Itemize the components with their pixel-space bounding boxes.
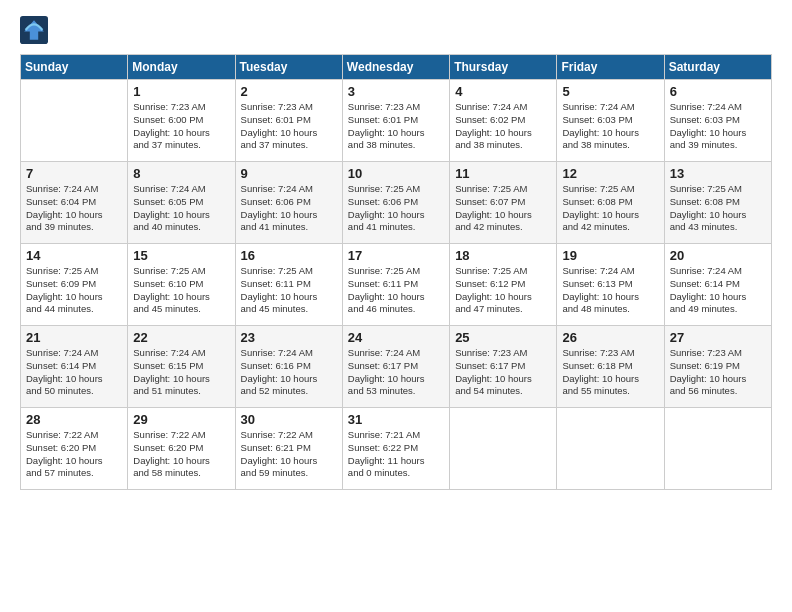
day-cell: 7Sunrise: 7:24 AM Sunset: 6:04 PM Daylig… (21, 162, 128, 244)
cell-info: Sunrise: 7:23 AM Sunset: 6:01 PM Dayligh… (348, 101, 444, 152)
cell-info: Sunrise: 7:24 AM Sunset: 6:16 PM Dayligh… (241, 347, 337, 398)
cell-info: Sunrise: 7:25 AM Sunset: 6:09 PM Dayligh… (26, 265, 122, 316)
day-number: 21 (26, 330, 122, 345)
week-row-3: 14Sunrise: 7:25 AM Sunset: 6:09 PM Dayli… (21, 244, 772, 326)
page: SundayMondayTuesdayWednesdayThursdayFrid… (0, 0, 792, 612)
day-number: 2 (241, 84, 337, 99)
day-cell: 10Sunrise: 7:25 AM Sunset: 6:06 PM Dayli… (342, 162, 449, 244)
col-header-friday: Friday (557, 55, 664, 80)
day-number: 31 (348, 412, 444, 427)
cell-info: Sunrise: 7:23 AM Sunset: 6:19 PM Dayligh… (670, 347, 766, 398)
cell-info: Sunrise: 7:25 AM Sunset: 6:08 PM Dayligh… (562, 183, 658, 234)
day-cell: 14Sunrise: 7:25 AM Sunset: 6:09 PM Dayli… (21, 244, 128, 326)
day-cell (664, 408, 771, 490)
cell-info: Sunrise: 7:23 AM Sunset: 6:18 PM Dayligh… (562, 347, 658, 398)
day-number: 20 (670, 248, 766, 263)
day-cell: 9Sunrise: 7:24 AM Sunset: 6:06 PM Daylig… (235, 162, 342, 244)
col-header-saturday: Saturday (664, 55, 771, 80)
col-header-thursday: Thursday (450, 55, 557, 80)
cell-info: Sunrise: 7:24 AM Sunset: 6:13 PM Dayligh… (562, 265, 658, 316)
day-cell (21, 80, 128, 162)
day-cell: 6Sunrise: 7:24 AM Sunset: 6:03 PM Daylig… (664, 80, 771, 162)
day-cell: 4Sunrise: 7:24 AM Sunset: 6:02 PM Daylig… (450, 80, 557, 162)
day-cell: 2Sunrise: 7:23 AM Sunset: 6:01 PM Daylig… (235, 80, 342, 162)
cell-info: Sunrise: 7:24 AM Sunset: 6:06 PM Dayligh… (241, 183, 337, 234)
day-number: 8 (133, 166, 229, 181)
cell-info: Sunrise: 7:21 AM Sunset: 6:22 PM Dayligh… (348, 429, 444, 480)
day-number: 10 (348, 166, 444, 181)
day-cell: 16Sunrise: 7:25 AM Sunset: 6:11 PM Dayli… (235, 244, 342, 326)
day-number: 24 (348, 330, 444, 345)
logo-icon (20, 16, 48, 44)
day-number: 30 (241, 412, 337, 427)
day-number: 18 (455, 248, 551, 263)
day-cell (557, 408, 664, 490)
day-cell: 19Sunrise: 7:24 AM Sunset: 6:13 PM Dayli… (557, 244, 664, 326)
cell-info: Sunrise: 7:23 AM Sunset: 6:01 PM Dayligh… (241, 101, 337, 152)
week-row-2: 7Sunrise: 7:24 AM Sunset: 6:04 PM Daylig… (21, 162, 772, 244)
day-number: 14 (26, 248, 122, 263)
day-number: 1 (133, 84, 229, 99)
day-number: 27 (670, 330, 766, 345)
cell-info: Sunrise: 7:24 AM Sunset: 6:03 PM Dayligh… (670, 101, 766, 152)
cell-info: Sunrise: 7:24 AM Sunset: 6:03 PM Dayligh… (562, 101, 658, 152)
day-number: 13 (670, 166, 766, 181)
cell-info: Sunrise: 7:25 AM Sunset: 6:11 PM Dayligh… (241, 265, 337, 316)
day-cell (450, 408, 557, 490)
cell-info: Sunrise: 7:22 AM Sunset: 6:20 PM Dayligh… (133, 429, 229, 480)
cell-info: Sunrise: 7:24 AM Sunset: 6:14 PM Dayligh… (670, 265, 766, 316)
cell-info: Sunrise: 7:24 AM Sunset: 6:04 PM Dayligh… (26, 183, 122, 234)
cell-info: Sunrise: 7:22 AM Sunset: 6:21 PM Dayligh… (241, 429, 337, 480)
cell-info: Sunrise: 7:24 AM Sunset: 6:14 PM Dayligh… (26, 347, 122, 398)
week-row-1: 1Sunrise: 7:23 AM Sunset: 6:00 PM Daylig… (21, 80, 772, 162)
day-number: 15 (133, 248, 229, 263)
day-number: 12 (562, 166, 658, 181)
logo (20, 16, 52, 44)
day-cell: 18Sunrise: 7:25 AM Sunset: 6:12 PM Dayli… (450, 244, 557, 326)
cell-info: Sunrise: 7:22 AM Sunset: 6:20 PM Dayligh… (26, 429, 122, 480)
day-number: 22 (133, 330, 229, 345)
cell-info: Sunrise: 7:24 AM Sunset: 6:17 PM Dayligh… (348, 347, 444, 398)
header (20, 16, 772, 44)
cell-info: Sunrise: 7:23 AM Sunset: 6:00 PM Dayligh… (133, 101, 229, 152)
day-cell: 27Sunrise: 7:23 AM Sunset: 6:19 PM Dayli… (664, 326, 771, 408)
day-cell: 28Sunrise: 7:22 AM Sunset: 6:20 PM Dayli… (21, 408, 128, 490)
day-cell: 5Sunrise: 7:24 AM Sunset: 6:03 PM Daylig… (557, 80, 664, 162)
week-row-4: 21Sunrise: 7:24 AM Sunset: 6:14 PM Dayli… (21, 326, 772, 408)
day-cell: 24Sunrise: 7:24 AM Sunset: 6:17 PM Dayli… (342, 326, 449, 408)
col-header-sunday: Sunday (21, 55, 128, 80)
day-cell: 31Sunrise: 7:21 AM Sunset: 6:22 PM Dayli… (342, 408, 449, 490)
day-number: 29 (133, 412, 229, 427)
cell-info: Sunrise: 7:25 AM Sunset: 6:07 PM Dayligh… (455, 183, 551, 234)
day-number: 9 (241, 166, 337, 181)
day-cell: 21Sunrise: 7:24 AM Sunset: 6:14 PM Dayli… (21, 326, 128, 408)
day-number: 28 (26, 412, 122, 427)
cell-info: Sunrise: 7:25 AM Sunset: 6:06 PM Dayligh… (348, 183, 444, 234)
day-number: 23 (241, 330, 337, 345)
day-cell: 25Sunrise: 7:23 AM Sunset: 6:17 PM Dayli… (450, 326, 557, 408)
cell-info: Sunrise: 7:25 AM Sunset: 6:12 PM Dayligh… (455, 265, 551, 316)
cell-info: Sunrise: 7:25 AM Sunset: 6:08 PM Dayligh… (670, 183, 766, 234)
col-header-tuesday: Tuesday (235, 55, 342, 80)
cell-info: Sunrise: 7:25 AM Sunset: 6:11 PM Dayligh… (348, 265, 444, 316)
day-cell: 1Sunrise: 7:23 AM Sunset: 6:00 PM Daylig… (128, 80, 235, 162)
day-number: 4 (455, 84, 551, 99)
day-cell: 23Sunrise: 7:24 AM Sunset: 6:16 PM Dayli… (235, 326, 342, 408)
cell-info: Sunrise: 7:24 AM Sunset: 6:05 PM Dayligh… (133, 183, 229, 234)
day-cell: 11Sunrise: 7:25 AM Sunset: 6:07 PM Dayli… (450, 162, 557, 244)
day-number: 26 (562, 330, 658, 345)
calendar-table: SundayMondayTuesdayWednesdayThursdayFrid… (20, 54, 772, 490)
day-number: 7 (26, 166, 122, 181)
day-number: 5 (562, 84, 658, 99)
day-number: 3 (348, 84, 444, 99)
day-number: 6 (670, 84, 766, 99)
day-cell: 29Sunrise: 7:22 AM Sunset: 6:20 PM Dayli… (128, 408, 235, 490)
cell-info: Sunrise: 7:25 AM Sunset: 6:10 PM Dayligh… (133, 265, 229, 316)
day-cell: 12Sunrise: 7:25 AM Sunset: 6:08 PM Dayli… (557, 162, 664, 244)
col-header-wednesday: Wednesday (342, 55, 449, 80)
cell-info: Sunrise: 7:24 AM Sunset: 6:02 PM Dayligh… (455, 101, 551, 152)
day-cell: 13Sunrise: 7:25 AM Sunset: 6:08 PM Dayli… (664, 162, 771, 244)
cell-info: Sunrise: 7:24 AM Sunset: 6:15 PM Dayligh… (133, 347, 229, 398)
day-cell: 22Sunrise: 7:24 AM Sunset: 6:15 PM Dayli… (128, 326, 235, 408)
cell-info: Sunrise: 7:23 AM Sunset: 6:17 PM Dayligh… (455, 347, 551, 398)
